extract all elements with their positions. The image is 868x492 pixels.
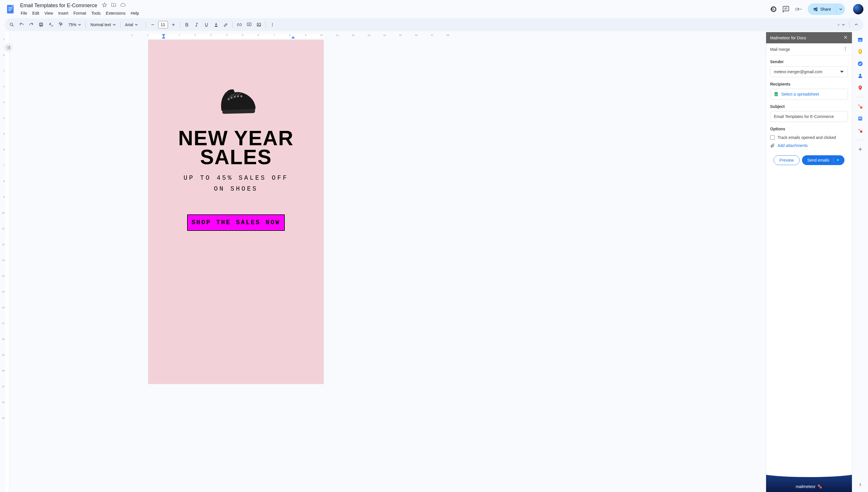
meet-icon[interactable]	[795, 6, 802, 13]
send-dropdown-icon[interactable]	[833, 158, 839, 163]
menu-tools[interactable]: Tools	[89, 10, 103, 17]
document-title[interactable]: Email Templates for E-Commerce	[18, 2, 99, 9]
outline-toggle-icon[interactable]	[4, 43, 13, 52]
zoom-select[interactable]: 75%	[66, 21, 83, 28]
share-dropdown[interactable]	[836, 3, 845, 15]
add-attachments-link[interactable]: Add attachments	[777, 143, 808, 148]
editing-mode[interactable]	[835, 22, 847, 27]
subline-1[interactable]: UP TO 45% SALES OFF	[165, 173, 306, 183]
sender-select[interactable]: meteor.merger@gmail.com	[770, 66, 848, 77]
svg-rect-1	[8, 7, 12, 8]
addon-header: Mailmeteor for Docs	[766, 32, 852, 43]
print-icon[interactable]	[37, 20, 45, 29]
menu-edit[interactable]: Edit	[30, 10, 42, 17]
history-icon[interactable]	[770, 6, 777, 13]
cta-button[interactable]: SHOP THE SALES NOW	[187, 215, 285, 231]
menu-format[interactable]: Format	[71, 10, 89, 17]
font-increase-icon[interactable]	[169, 20, 178, 29]
svg-point-32	[7, 47, 7, 48]
sender-value: meteor.merger@gmail.com	[774, 70, 822, 74]
shoe-image[interactable]	[212, 80, 261, 117]
track-checkbox[interactable]	[770, 135, 775, 140]
undo-icon[interactable]	[17, 20, 26, 29]
cloud-status-icon[interactable]	[120, 2, 125, 8]
paragraph-style-select[interactable]: Normal text	[88, 21, 118, 28]
menu-help[interactable]: Help	[128, 10, 141, 17]
meteor-icon	[817, 484, 822, 489]
svg-rect-63	[859, 119, 861, 119]
svg-point-45	[845, 49, 846, 49]
share-button[interactable]: Share	[808, 3, 836, 15]
redo-icon[interactable]	[27, 20, 35, 29]
style-value: Normal text	[91, 22, 111, 27]
menu-file[interactable]: File	[18, 10, 30, 17]
svg-point-8	[815, 8, 816, 9]
keep-icon[interactable]	[858, 49, 863, 54]
menu-insert[interactable]: Insert	[56, 10, 71, 17]
svg-point-31	[7, 46, 7, 47]
font-decrease-icon[interactable]	[148, 20, 157, 29]
svg-point-9	[10, 23, 13, 26]
underline-icon[interactable]	[202, 20, 211, 29]
maps-icon[interactable]	[858, 85, 863, 91]
headline-1[interactable]: NEW YEAR	[165, 129, 306, 148]
spellcheck-icon[interactable]	[47, 20, 55, 29]
horizontal-ruler[interactable]: 210123456789101112131415161718	[10, 32, 766, 38]
move-icon[interactable]	[111, 2, 116, 8]
svg-rect-2	[8, 8, 12, 9]
add-comment-icon[interactable]	[245, 20, 253, 29]
menu-extensions[interactable]: Extensions	[104, 10, 128, 17]
text-color-icon[interactable]	[212, 20, 220, 29]
hide-side-panel-icon[interactable]	[856, 481, 864, 489]
font-value: Arial	[125, 22, 133, 27]
subject-input[interactable]: Email Templates for E-Commerce	[770, 111, 848, 122]
get-addons-icon[interactable]	[858, 146, 863, 152]
calendar-icon[interactable]: 31	[858, 37, 863, 43]
italic-icon[interactable]	[192, 20, 201, 29]
paint-format-icon[interactable]	[56, 20, 65, 29]
insert-image-icon[interactable]	[255, 20, 263, 29]
close-icon[interactable]	[843, 35, 848, 41]
send-label: Send emails	[807, 158, 829, 163]
tasks-icon[interactable]	[858, 61, 863, 67]
addon-icon-2[interactable]	[858, 116, 863, 121]
svg-point-46	[845, 50, 846, 51]
docs-logo-icon[interactable]	[5, 3, 16, 15]
document-page[interactable]: NEW YEAR SALES UP TO 45% SALES OFF ON SH…	[148, 40, 324, 384]
more-vert-icon[interactable]	[843, 46, 848, 52]
more-icon[interactable]	[268, 20, 277, 29]
menu-view[interactable]: View	[42, 10, 55, 17]
preview-button[interactable]: Preview	[774, 155, 800, 165]
collapse-toolbar-icon[interactable]	[852, 20, 861, 29]
bold-icon[interactable]	[182, 20, 191, 29]
headline-2[interactable]: SALES	[165, 148, 306, 167]
recipients-label: Recipients	[770, 82, 848, 87]
send-emails-button[interactable]: Send emails	[802, 155, 844, 165]
highlight-color-icon[interactable]	[222, 20, 230, 29]
font-size-input[interactable]: 11	[158, 21, 168, 28]
select-spreadsheet-button[interactable]: Select a spreadsheet	[770, 89, 848, 100]
addon-icon-3[interactable]	[858, 128, 863, 133]
search-icon[interactable]	[7, 20, 16, 29]
comments-icon[interactable]	[783, 6, 789, 13]
svg-rect-14	[59, 23, 61, 24]
star-icon[interactable]	[102, 2, 107, 8]
zoom-value: 75%	[68, 22, 76, 27]
svg-rect-62	[859, 118, 861, 118]
svg-point-52	[819, 486, 822, 489]
vertical-ruler[interactable]: 101234567891011121314151617181920212223	[0, 32, 10, 492]
svg-rect-6	[796, 8, 798, 10]
account-avatar[interactable]	[853, 4, 863, 14]
side-panel-rail: 31	[852, 32, 868, 492]
svg-rect-13	[40, 25, 42, 27]
addon-icon-1[interactable]	[858, 104, 863, 109]
font-select[interactable]: Arial	[123, 21, 144, 28]
document-scroll[interactable]: 210123456789101112131415161718	[10, 32, 766, 492]
addon-footer: mailmeteor	[766, 472, 852, 492]
svg-rect-3	[8, 10, 10, 10]
app-header: Email Templates for E-Commerce File Edit…	[0, 0, 868, 18]
contacts-icon[interactable]	[858, 73, 863, 79]
svg-point-30	[272, 26, 273, 26]
insert-link-icon[interactable]	[235, 20, 244, 29]
subline-2[interactable]: ON SHOES	[165, 184, 306, 194]
